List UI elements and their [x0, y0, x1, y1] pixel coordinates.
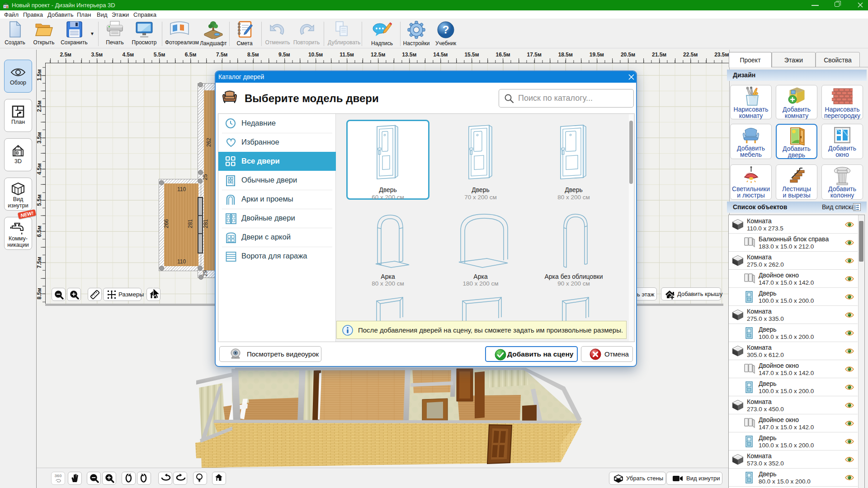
svg-text:?: ?: [443, 23, 449, 36]
